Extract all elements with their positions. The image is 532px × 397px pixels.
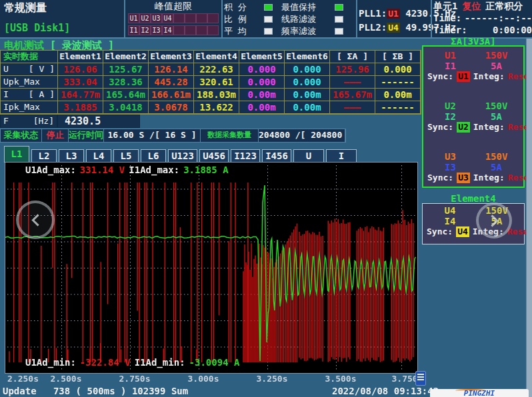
next-page-button[interactable] (476, 202, 512, 238)
tab-u[interactable]: U (293, 149, 324, 163)
average-indicator (264, 28, 273, 35)
column-header: Element4 (194, 51, 239, 63)
waveform-canvas[interactable] (5, 163, 417, 373)
wiring-group-box: U1150VI15ASync:U1Integ:ResetU2150VI25ASy… (422, 45, 525, 188)
table-cell: 3.1885 (58, 101, 103, 114)
channel-name: U2 (427, 101, 473, 111)
table-cell: 0.000 (285, 76, 330, 89)
timer-value: 0:00:00 (493, 25, 532, 37)
pll-row-1: PLL1:U1 4230.5 Hz (359, 8, 428, 22)
sync-label: Sync: (427, 173, 453, 183)
acq-status-label: 采集状态 (1, 129, 42, 142)
table-cell: 0.00m (239, 101, 285, 114)
table-cell: 0.000 (285, 63, 330, 76)
sync-source-badge: U3 (457, 173, 470, 183)
row-label: U[ V ] (1, 63, 58, 76)
table-cell: 3.0418 (103, 101, 149, 114)
peak-row-current: I1I2I3I4 (128, 25, 219, 36)
update-counter: Update 738 ( 500ms ) 102399 Sum (3, 386, 188, 396)
freq-label: F (3, 115, 9, 127)
prev-page-button[interactable] (16, 200, 55, 239)
channel-voltage-row: U2150V (427, 101, 519, 111)
indicator-label-average: 平 均 (224, 25, 264, 37)
peak-cell-U2: U2 (139, 13, 151, 23)
frequency-readout: F [Hz] 4230.5 (0, 115, 140, 128)
acquisition-status-bar: 采集状态停止运行时间16.00 S /[ 16 S ]数据采集数量204800 … (0, 129, 346, 143)
tab-l4[interactable]: L4 (86, 149, 111, 163)
tab-u456[interactable]: U456 (199, 149, 229, 163)
wiring-group: U1150VI15ASync:U1Integ:Reset (427, 50, 519, 82)
integ-label: Integ: (473, 122, 505, 133)
table-cell: 125.96 (330, 63, 375, 76)
tab-l1[interactable]: L1 (4, 146, 29, 163)
tab-i123[interactable]: I123 (231, 149, 260, 163)
acq-status-value: 停止 (42, 129, 69, 142)
element4-title: Element4 (422, 193, 525, 204)
indicator-label-max-hold: 最值保持 (281, 1, 335, 13)
tab-l3[interactable]: L3 (59, 149, 84, 163)
peak-cell-empty (185, 25, 196, 35)
tab-i[interactable]: I (326, 149, 357, 163)
table-cell: 328.36 (103, 76, 149, 89)
waveform-plot[interactable]: U1Ad_max:331.14 VI1Ad_max:3.1885 A U1Ad_… (5, 162, 418, 374)
table-corner-label: 实时数据 (1, 51, 58, 63)
chevron-right-icon (486, 214, 498, 226)
acq-runtime-value: 16.00 S /[ 16 S ] (104, 129, 201, 142)
sync-source-badge: U1 (457, 71, 470, 82)
peak-cell-U1: U1 (128, 13, 139, 23)
indicator-label-line-filter: 线路滤波 (281, 13, 335, 25)
table-cell: 0.000 (239, 63, 285, 76)
current-range: 5A (473, 162, 519, 173)
pll-panel: PLL1:U1 4230.5 HzPLL2:U4 49.997 Hz (359, 8, 428, 36)
table-cell: 222.63 (194, 63, 239, 76)
table-cell: 0.000 (239, 76, 285, 89)
right-scrollbar[interactable] (526, 39, 532, 397)
channel-current-row: I15A (427, 61, 519, 71)
sync-source-badge: U2 (457, 122, 470, 133)
freq-filter-indicator (335, 28, 343, 35)
table-cell: ——— (330, 101, 375, 114)
integration-indicator (264, 4, 273, 11)
pll-label: PLL1: (359, 8, 387, 19)
unit-reset-label: 复位 (462, 1, 481, 13)
table-cell: 0.00m (239, 89, 285, 101)
row-name: U (3, 63, 9, 75)
channel-voltage-row: U3150V (427, 151, 519, 162)
table-cell: ------ (375, 76, 421, 89)
tab-l2[interactable]: L2 (31, 149, 57, 163)
timer-label: Timer: (433, 25, 467, 37)
table-cell: 0.00m (285, 101, 330, 114)
header-separator (124, 0, 125, 37)
unit-title: 单元1 (433, 1, 457, 13)
pll-label: PLL2: (359, 22, 387, 33)
table-cell: ------ (375, 101, 421, 114)
annotation-text: I1Ad_min: (135, 357, 185, 368)
indicator-label-integration: 积 分 (224, 1, 264, 13)
header-separator (431, 0, 432, 37)
column-header: Element1 (58, 51, 103, 63)
pll-row-2: PLL2:U4 49.997 Hz (359, 22, 428, 36)
tab-i456[interactable]: I456 (262, 149, 291, 163)
power-analyzer-screen: 常规测量 [USB Disk1] 峰值超限 U1U2U3U4 I1I2I3I4 … (0, 0, 532, 397)
x-tick-label: 3.250s (257, 374, 288, 384)
x-tick-label: 2.750s (119, 374, 151, 384)
table-cell: 445.28 (149, 76, 194, 89)
tab-u123[interactable]: U123 (168, 149, 197, 163)
current-range: 5A (473, 111, 519, 122)
x-tick-label: 3.000s (188, 374, 219, 384)
brand-logo: PINGZHI (430, 389, 529, 397)
sync-source-badge: U4 (456, 226, 469, 237)
table-cell: ——— (330, 76, 375, 89)
peak-cell-I3: I3 (151, 25, 162, 35)
tab-l6[interactable]: L6 (141, 149, 166, 163)
pll-source-badge: U4 (387, 23, 400, 33)
column-header: Element6 (285, 51, 330, 63)
indicator-label-ratio: 比 例 (224, 13, 264, 25)
wiring-group: U2150VI25ASync:U2Integ:Reset (427, 101, 519, 133)
unit-mode-label: 正常积分 (485, 1, 523, 13)
top-header: 常规测量 [USB Disk1] 峰值超限 U1U2U3U4 I1I2I3I4 … (0, 0, 532, 39)
tab-l5[interactable]: L5 (113, 149, 139, 163)
table-cell: 166.61m (149, 89, 194, 101)
annotation-text: 331.14 V (80, 165, 125, 175)
unit-panel: 单元1 复位 正常积分 Time: ------:--:-- Timer: 0:… (433, 1, 532, 37)
